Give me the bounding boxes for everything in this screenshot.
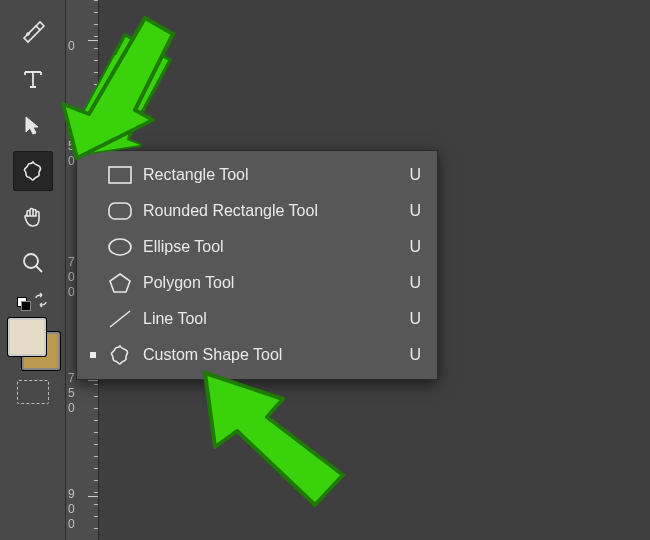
flyout-item-shortcut: U xyxy=(401,346,421,364)
flyout-item-shortcut: U xyxy=(401,274,421,292)
flyout-item-shortcut: U xyxy=(401,238,421,256)
custom-shape-icon xyxy=(103,343,137,367)
svg-marker-5 xyxy=(110,274,130,292)
flyout-item-shortcut: U xyxy=(401,310,421,328)
flyout-item-label: Polygon Tool xyxy=(143,274,401,292)
ellipse-icon xyxy=(103,237,137,257)
flyout-item-rectangle[interactable]: Rectangle Tool U xyxy=(77,157,437,193)
flyout-item-label: Rounded Rectangle Tool xyxy=(143,202,401,220)
svg-point-4 xyxy=(109,239,131,255)
toolbar xyxy=(0,0,66,540)
annotation-arrow-bottom xyxy=(195,355,365,525)
flyout-item-rounded-rectangle[interactable]: Rounded Rectangle Tool U xyxy=(77,193,437,229)
quick-mask-icon[interactable] xyxy=(17,380,49,404)
flyout-item-line[interactable]: Line Tool U xyxy=(77,301,437,337)
selected-indicator xyxy=(87,352,99,358)
path-selection-tool[interactable] xyxy=(13,105,53,145)
swatch-controls xyxy=(0,292,65,312)
shape-tool[interactable] xyxy=(13,151,53,191)
rectangle-icon xyxy=(103,165,137,185)
flyout-item-shortcut: U xyxy=(401,166,421,184)
shape-tool-flyout: Rectangle Tool U Rounded Rectangle Tool … xyxy=(76,150,438,380)
default-swatches-icon[interactable] xyxy=(17,297,27,307)
flyout-item-custom-shape[interactable]: Custom Shape Tool U xyxy=(77,337,437,373)
svg-point-1 xyxy=(24,254,38,268)
hand-tool[interactable] xyxy=(13,197,53,237)
svg-point-0 xyxy=(27,33,29,35)
flyout-item-polygon[interactable]: Polygon Tool U xyxy=(77,265,437,301)
svg-line-6 xyxy=(110,311,130,327)
type-tool[interactable] xyxy=(13,59,53,99)
color-swatches[interactable] xyxy=(8,318,58,368)
swap-swatches-icon[interactable] xyxy=(33,292,49,312)
rounded-rectangle-icon xyxy=(103,201,137,221)
flyout-item-shortcut: U xyxy=(401,202,421,220)
flyout-item-label: Line Tool xyxy=(143,310,401,328)
flyout-item-label: Ellipse Tool xyxy=(143,238,401,256)
pen-tool[interactable] xyxy=(13,13,53,53)
svg-rect-2 xyxy=(109,167,131,183)
zoom-tool[interactable] xyxy=(13,243,53,283)
flyout-item-label: Custom Shape Tool xyxy=(143,346,401,364)
foreground-color-swatch[interactable] xyxy=(8,318,46,356)
flyout-item-label: Rectangle Tool xyxy=(143,166,401,184)
polygon-icon xyxy=(103,272,137,294)
flyout-item-ellipse[interactable]: Ellipse Tool U xyxy=(77,229,437,265)
svg-rect-3 xyxy=(109,203,131,219)
line-icon xyxy=(103,308,137,330)
